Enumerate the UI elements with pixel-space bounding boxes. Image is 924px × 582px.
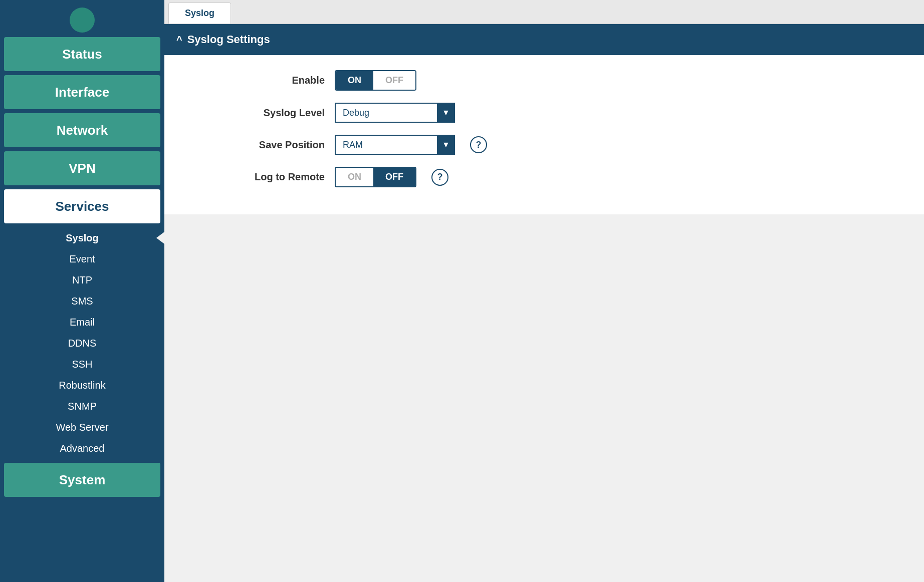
- submenu-item-snmp[interactable]: SNMP: [0, 396, 164, 417]
- section-header: ^ Syslog Settings: [164, 24, 924, 55]
- section-title: Syslog Settings: [187, 33, 270, 46]
- sidebar-item-network[interactable]: Network: [4, 113, 160, 147]
- save-position-label: Save Position: [184, 139, 325, 151]
- save-position-select[interactable]: RAM Flash SD Card: [335, 135, 455, 155]
- logo-area: [0, 5, 164, 35]
- main-content: Syslog ^ Syslog Settings Enable ON OFF S…: [164, 0, 924, 582]
- logo-icon: [70, 8, 95, 33]
- enable-toggle: ON OFF: [335, 70, 416, 91]
- log-to-remote-toggle: ON OFF: [335, 167, 416, 187]
- sidebar-item-interface[interactable]: Interface: [4, 75, 160, 109]
- submenu-item-sms[interactable]: SMS: [0, 290, 164, 312]
- syslog-level-label: Syslog Level: [184, 107, 325, 119]
- submenu-item-email[interactable]: Email: [0, 312, 164, 333]
- section-body: Enable ON OFF Syslog Level Debug Info No…: [164, 55, 924, 214]
- submenu-item-robustlink[interactable]: Robustlink: [0, 375, 164, 396]
- save-position-help-icon[interactable]: ?: [470, 136, 487, 153]
- submenu-item-web-server[interactable]: Web Server: [0, 417, 164, 438]
- tab-syslog[interactable]: Syslog: [168, 3, 231, 24]
- services-submenu: Syslog Event NTP SMS Email DDNS SSH Robu…: [0, 225, 164, 461]
- syslog-level-row: Syslog Level Debug Info Notice Warning E…: [184, 103, 904, 123]
- submenu-item-ntp[interactable]: NTP: [0, 269, 164, 290]
- sidebar-item-system[interactable]: System: [4, 463, 160, 497]
- enable-on-button[interactable]: ON: [336, 71, 373, 90]
- syslog-level-select[interactable]: Debug Info Notice Warning Error Critical…: [335, 103, 455, 123]
- enable-row: Enable ON OFF: [184, 70, 904, 91]
- log-to-remote-on-button[interactable]: ON: [336, 168, 373, 186]
- log-to-remote-off-button[interactable]: OFF: [373, 168, 415, 186]
- log-to-remote-label: Log to Remote: [184, 171, 325, 183]
- submenu-item-advanced[interactable]: Advanced: [0, 438, 164, 459]
- tab-bar: Syslog: [164, 0, 924, 24]
- submenu-item-syslog[interactable]: Syslog: [0, 227, 164, 248]
- sidebar-item-services[interactable]: Services: [4, 189, 160, 223]
- enable-off-button[interactable]: OFF: [373, 71, 415, 90]
- log-to-remote-row: Log to Remote ON OFF ?: [184, 167, 904, 187]
- enable-label: Enable: [184, 75, 325, 86]
- save-position-row: Save Position RAM Flash SD Card ▼ ?: [184, 135, 904, 155]
- save-position-dropdown-container: RAM Flash SD Card ▼: [335, 135, 455, 155]
- sidebar: Status Interface Network VPN Services Sy…: [0, 0, 164, 582]
- collapse-icon[interactable]: ^: [176, 34, 182, 46]
- log-to-remote-help-icon[interactable]: ?: [431, 169, 448, 186]
- submenu-item-ssh[interactable]: SSH: [0, 354, 164, 375]
- syslog-level-dropdown-container: Debug Info Notice Warning Error Critical…: [335, 103, 455, 123]
- sidebar-item-status[interactable]: Status: [4, 37, 160, 71]
- submenu-item-ddns[interactable]: DDNS: [0, 333, 164, 354]
- active-arrow-icon: [156, 232, 164, 244]
- sidebar-item-vpn[interactable]: VPN: [4, 151, 160, 185]
- submenu-item-event[interactable]: Event: [0, 248, 164, 269]
